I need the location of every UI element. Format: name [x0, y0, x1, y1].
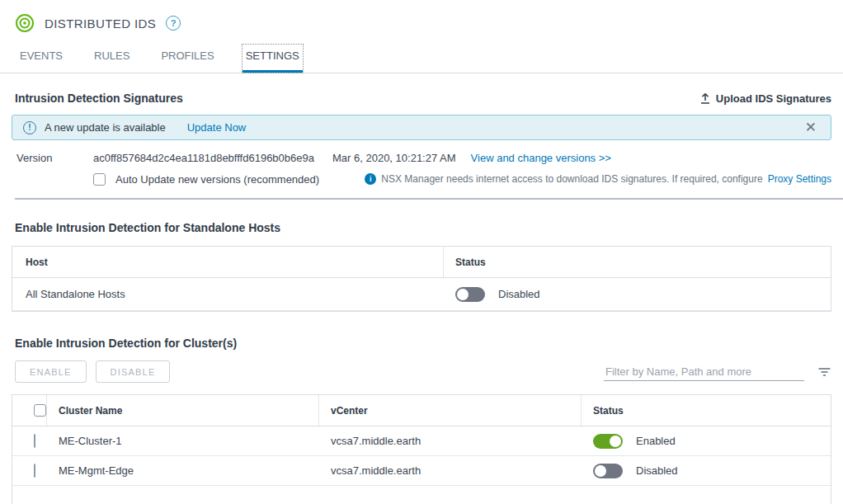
version-label: Version [16, 152, 93, 164]
filter-input[interactable] [604, 363, 804, 381]
status-toggle[interactable] [593, 464, 623, 478]
clusters-table-header: Cluster Name vCenter Status [12, 395, 831, 426]
upload-ids-signatures-label: Upload IDS Signatures [716, 92, 831, 105]
toggle-knob [610, 436, 621, 447]
update-now-link[interactable]: Update Now [187, 121, 247, 134]
table-row: All Standalone Hosts Disabled [12, 278, 831, 311]
clusters-title: Enable Intrusion Detection for Cluster(s… [15, 337, 831, 350]
page-title: DISTRIBUTED IDS [45, 16, 156, 31]
tab-events[interactable]: EVENTS [16, 45, 66, 73]
cluster-status-cell: Enabled [582, 434, 831, 449]
upload-arrow-icon [700, 92, 710, 104]
row-checkbox[interactable] [34, 464, 35, 478]
distributed-ids-icon [15, 13, 35, 33]
version-timestamp: Mar 6, 2020, 10:21:27 AM [332, 152, 456, 164]
note-text: NSX Manager needs internet access to dow… [381, 173, 762, 185]
table-row: ME-Mgmt-Edge vcsa7.middle.earth Disabled [12, 456, 831, 486]
column-header-status[interactable]: Status [582, 395, 831, 426]
host-name: All Standalone Hosts [12, 288, 444, 300]
select-all-checkbox[interactable] [34, 404, 46, 417]
cluster-vcenter: vcsa7.middle.earth [319, 435, 582, 447]
auto-update-row: Auto Update new versions (recommended) i… [16, 170, 831, 188]
internet-access-note: i NSX Manager needs internet access to d… [365, 173, 831, 185]
banner-message: A new update is available [45, 121, 166, 134]
tab-profiles[interactable]: PROFILES [158, 45, 217, 73]
standalone-hosts-table: Host Status All Standalone Hosts Disable… [12, 246, 831, 312]
header-checkbox-cell [12, 395, 47, 426]
table-empty-area [12, 486, 831, 504]
tabbar: EVENTS RULES PROFILES SETTINGS [0, 33, 843, 73]
cluster-name: ME-Cluster-1 [47, 435, 319, 447]
toggle-knob [457, 289, 469, 300]
filter-area [604, 363, 831, 381]
table-row: ME-Cluster-1 vcsa7.middle.earth Enabled [12, 426, 831, 456]
cluster-name: ME-Mgmt-Edge [47, 464, 319, 477]
row-checkbox-cell [12, 464, 47, 477]
auto-update-label: Auto Update new versions (recommended) [115, 173, 319, 186]
version-row: Version ac0ff857684d2c4ea1181d8ebfffd619… [16, 149, 831, 166]
info-circle-outline-icon: ! [23, 121, 36, 134]
section-divider [15, 198, 843, 200]
upload-ids-signatures-button[interactable]: Upload IDS Signatures [700, 92, 831, 105]
version-hash: ac0ff857684d2c4ea1181d8ebfffd6196b0b6e9a [93, 152, 314, 164]
signatures-section-header: Intrusion Detection Signatures Upload ID… [15, 92, 831, 105]
help-icon[interactable]: ? [166, 16, 181, 31]
standalone-hosts-title: Enable Intrusion Detection for Standalon… [15, 221, 831, 234]
enable-button[interactable]: ENABLE [15, 360, 87, 383]
update-available-banner: ! A new update is available Update Now ✕ [12, 115, 831, 140]
status-label: Enabled [636, 435, 676, 447]
column-header-vcenter[interactable]: vCenter [319, 395, 582, 426]
clusters-table: Cluster Name vCenter Status ME-Cluster-1… [12, 394, 831, 504]
proxy-settings-link[interactable]: Proxy Settings [768, 173, 831, 185]
row-checkbox-cell [12, 435, 47, 447]
status-label: Disabled [498, 288, 540, 300]
status-toggle[interactable] [593, 434, 623, 449]
tab-settings[interactable]: SETTINGS [243, 45, 303, 73]
signatures-title: Intrusion Detection Signatures [15, 92, 183, 105]
row-checkbox[interactable] [34, 434, 35, 448]
app-header: DISTRIBUTED IDS ? [0, 0, 843, 33]
toggle-knob [595, 465, 606, 477]
standalone-hosts-table-header: Host Status [12, 247, 831, 278]
cluster-status-cell: Disabled [582, 464, 831, 478]
info-circle-filled-icon: i [365, 173, 376, 185]
host-status-cell: Disabled [444, 287, 831, 302]
column-header-status[interactable]: Status [444, 247, 831, 277]
column-header-host[interactable]: Host [12, 247, 444, 277]
status-toggle[interactable] [455, 287, 485, 302]
clusters-toolbar: ENABLE DISABLE [15, 360, 831, 383]
view-change-versions-link[interactable]: View and change versions >> [471, 152, 611, 164]
status-label: Disabled [636, 464, 678, 477]
auto-update-checkbox[interactable] [93, 173, 106, 186]
filter-lines-icon[interactable] [817, 367, 831, 377]
cluster-vcenter: vcsa7.middle.earth [319, 464, 582, 477]
tab-rules[interactable]: RULES [91, 45, 133, 73]
disable-button[interactable]: DISABLE [96, 360, 171, 383]
column-header-cluster-name[interactable]: Cluster Name [47, 395, 319, 426]
close-icon[interactable]: ✕ [802, 119, 820, 136]
